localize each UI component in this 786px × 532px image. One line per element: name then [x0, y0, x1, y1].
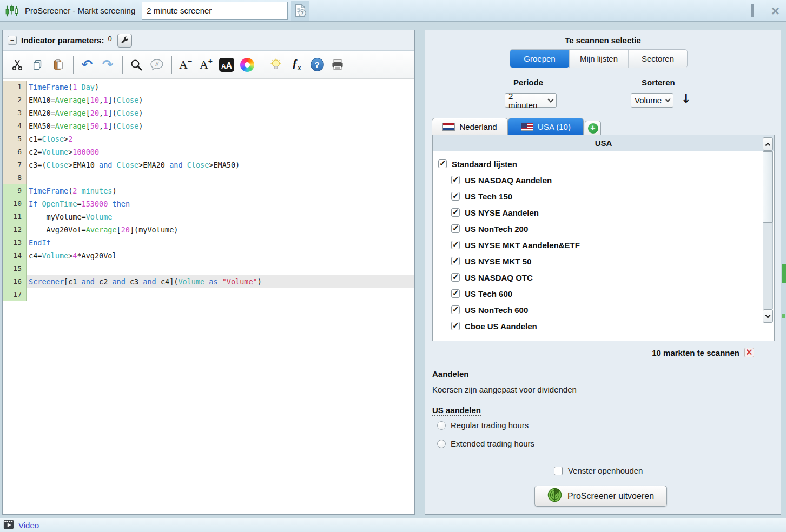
checkbox-icon[interactable] [451, 192, 460, 201]
market-list-item[interactable]: Cboe US Aandelen [433, 318, 774, 334]
hint-icon[interactable] [268, 56, 284, 74]
line-number: 10 [3, 197, 27, 210]
market-list-item[interactable]: US NonTech 600 [433, 302, 774, 318]
sectoren-button[interactable]: Sectoren [628, 50, 687, 68]
market-list-item[interactable]: US NYSE Aandelen [433, 204, 774, 221]
font-increase-icon[interactable]: A+ [198, 56, 214, 74]
code-text: EMA20=Average[20,1](Close) [27, 107, 414, 119]
close-icon[interactable]: × [771, 5, 780, 16]
help-icon[interactable]: ? [309, 56, 325, 74]
checkbox-icon[interactable] [451, 305, 460, 314]
checkbox-icon[interactable] [554, 467, 563, 475]
market-list-item[interactable]: US NASDAQ OTC [433, 269, 774, 285]
scroll-down-icon[interactable] [763, 309, 773, 323]
tab-nederland[interactable]: Nederland [432, 118, 508, 135]
radio-icon[interactable] [437, 440, 446, 448]
periode-dropdown[interactable]: 2 minuten [505, 93, 557, 108]
regular-hours-option[interactable]: Regular trading hours [437, 421, 529, 430]
tab-usa[interactable]: USA (10) [508, 118, 584, 135]
scrollbar-thumb[interactable] [763, 151, 773, 223]
code-line[interactable]: 11 myVolume=Volume [3, 210, 414, 223]
checkbox-icon[interactable] [451, 208, 460, 217]
chevron-down-icon [547, 96, 553, 102]
code-text: If OpenTime=153000 then [27, 197, 414, 210]
line-number: 15 [3, 262, 27, 275]
code-line[interactable]: 3EMA20=Average[20,1](Close) [3, 107, 414, 119]
scroll-up-icon[interactable] [763, 137, 773, 151]
clear-selection-icon[interactable]: ✕ [744, 348, 754, 357]
checkbox-icon[interactable] [451, 224, 460, 233]
code-line[interactable]: 8 [3, 171, 414, 184]
code-line[interactable]: 9TimeFrame(2 minutes) [3, 184, 414, 197]
code-line[interactable]: 17 [3, 288, 414, 301]
mijn-lijsten-button[interactable]: Mijn lijsten [569, 50, 628, 68]
copy-icon[interactable] [30, 56, 46, 74]
help-document-icon[interactable]: ? [291, 1, 309, 21]
search-icon[interactable] [128, 56, 144, 74]
comment-icon[interactable]: // [149, 56, 165, 74]
code-line[interactable]: 4EMA50=Average[50,1](Close) [3, 119, 414, 132]
sorteren-dropdown[interactable]: Volume [631, 93, 673, 108]
checkbox-icon[interactable] [451, 257, 460, 265]
checkbox-icon[interactable] [451, 241, 460, 249]
font-style-icon[interactable]: AA [219, 56, 235, 74]
color-picker-icon[interactable] [239, 56, 255, 74]
run-proscreener-button[interactable]: ProScreener uitvoeren [534, 486, 667, 507]
maximize-icon[interactable] [751, 6, 754, 16]
checkbox-icon[interactable] [451, 176, 460, 184]
svg-text:?: ? [301, 10, 304, 16]
code-line[interactable]: 1TimeFrame(1 Day) [3, 81, 414, 94]
code-line[interactable]: 16Screener[c1 and c2 and c3 and c4](Volu… [3, 275, 414, 288]
collapse-icon[interactable]: − [8, 36, 17, 45]
line-number: 1 [3, 81, 27, 94]
code-line[interactable]: 7c3=(Close>EMA10 and Close>EMA20 and Clo… [3, 158, 414, 171]
screener-name-input[interactable] [142, 2, 288, 20]
cut-icon[interactable] [9, 56, 25, 74]
code-line[interactable]: 5c1=Close>2 [3, 132, 414, 145]
keep-window-open-option[interactable]: Venster openhouden [554, 466, 643, 475]
code-line[interactable]: 12 Avg20Vol=Average[20](myVolume) [3, 223, 414, 236]
checkbox-icon[interactable] [438, 159, 447, 168]
usa-flag-icon [521, 123, 533, 131]
line-number: 13 [3, 236, 27, 249]
code-line[interactable]: 13EndIf [3, 236, 414, 249]
market-list-item[interactable]: US Tech 150 [433, 188, 774, 204]
add-list-tab[interactable]: + [585, 121, 601, 135]
checkbox-icon[interactable] [451, 289, 460, 298]
checkbox-icon[interactable] [451, 322, 460, 330]
line-number: 2 [3, 94, 27, 107]
code-editor[interactable]: 1TimeFrame(1 Day)2EMA10=Average[10,1](Cl… [3, 79, 414, 301]
undo-icon[interactable]: ↶ [79, 56, 95, 74]
market-list-label: US Tech 150 [465, 192, 512, 201]
code-line[interactable]: 15 [3, 262, 414, 275]
font-decrease-icon[interactable]: A− [177, 56, 194, 74]
extended-hours-option[interactable]: Extended trading hours [437, 439, 534, 448]
wrench-icon[interactable] [117, 34, 132, 48]
list-scrollbar[interactable] [763, 137, 773, 323]
code-text: c1=Close>2 [27, 132, 414, 145]
paste-icon[interactable] [50, 56, 67, 74]
code-line[interactable]: 2EMA10=Average[10,1](Close) [3, 94, 414, 107]
market-list-item[interactable]: US NYSE MKT Aandelen&ETF [433, 237, 774, 253]
footer-bar: Video [0, 518, 786, 532]
market-list-item[interactable]: US NonTech 200 [433, 221, 774, 237]
code-line[interactable]: 10If OpenTime=153000 then [3, 197, 414, 210]
video-icon[interactable] [3, 519, 14, 532]
sort-direction-icon[interactable]: ↓ [681, 92, 691, 105]
function-icon[interactable]: ƒx [288, 56, 305, 74]
checkbox-icon[interactable] [451, 273, 460, 282]
code-text: Avg20Vol=Average[20](myVolume) [27, 223, 414, 236]
market-list-item[interactable]: US NYSE MKT 50 [433, 253, 774, 269]
print-icon[interactable] [329, 56, 346, 74]
video-link[interactable]: Video [18, 521, 39, 530]
redo-icon[interactable]: ↷ [100, 56, 116, 74]
groepen-button[interactable]: Groepen [510, 50, 569, 68]
code-line[interactable]: 14c4=Volume>4*Avg20Vol [3, 249, 414, 262]
radio-icon[interactable] [437, 421, 446, 430]
view-switcher: Groepen Mijn lijsten Sectoren [510, 49, 688, 68]
market-list-item[interactable]: US Tech 600 [433, 285, 774, 302]
market-list-item[interactable]: US NASDAQ Aandelen [433, 172, 774, 188]
code-line[interactable]: 6c2=Volume>100000 [3, 145, 414, 158]
market-list-item[interactable]: Standaard lijsten [433, 156, 774, 172]
background-window-fragment [782, 264, 786, 283]
